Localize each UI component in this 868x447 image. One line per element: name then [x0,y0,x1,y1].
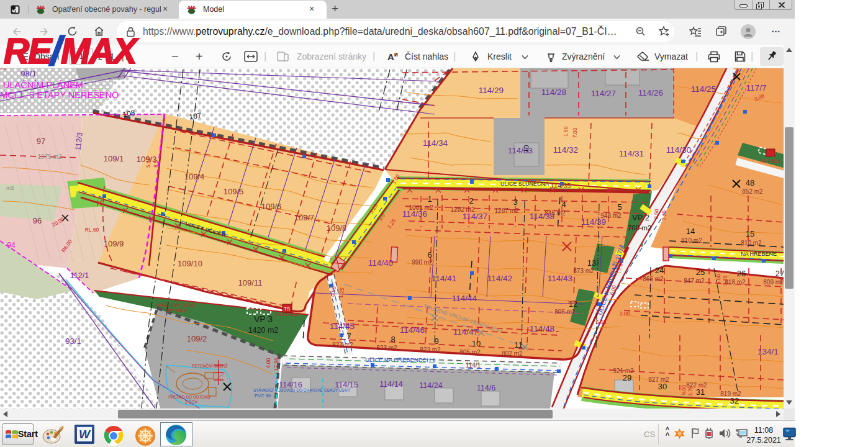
svg-text:Z ČOV: Z ČOV [185,399,198,404]
svg-text:1.50: 1.50 [567,299,578,305]
svg-text:114/31: 114/31 [619,149,644,158]
svg-text:97: 97 [37,137,45,146]
svg-text:827 m2: 827 m2 [648,376,669,383]
svg-text:2: 2 [469,196,473,205]
svg-text:823 m2: 823 m2 [376,345,397,351]
svg-text:5.00: 5.00 [680,384,687,395]
svg-text:114/40: 114/40 [368,258,393,268]
svg-text:114/24: 114/24 [419,381,442,390]
svg-text:114/1: 114/1 [466,362,481,369]
svg-text:PVC 90: PVC 90 [255,393,271,399]
svg-text:114/36: 114/36 [402,209,427,219]
svg-text:27: 27 [775,269,784,278]
svg-text:93/1: 93/1 [65,336,81,346]
svg-text:114/42: 114/42 [487,274,512,283]
svg-text:1: 1 [427,194,432,204]
svg-text:30: 30 [658,382,667,391]
svg-text:4: 4 [561,200,566,209]
svg-text:10: 10 [472,339,481,348]
svg-text:109/7: 109/7 [294,213,315,222]
svg-text:2.00: 2.00 [620,310,630,317]
svg-text:802 m2: 802 m2 [502,350,523,357]
svg-text:ULICE NA HŘEBENECH II: ULICE NA HŘEBENECH II [365,356,436,363]
svg-text:ULICE SLUNEČNÁ: ULICE SLUNEČNÁ [500,181,549,187]
svg-text:114/15: 114/15 [335,381,358,389]
svg-text:nový sloup: nový sloup [165,308,186,313]
svg-text:ULAČNÍM PLÁNEM: ULAČNÍM PLÁNEM [3,80,83,90]
svg-text:VP 2: VP 2 [632,213,649,222]
svg-text:1.25: 1.25 [660,210,667,220]
svg-text:11: 11 [514,340,523,350]
svg-text:134/1: 134/1 [757,347,779,356]
svg-text:5.00: 5.00 [145,157,151,168]
svg-text:114/28: 114/28 [541,88,566,97]
svg-text:RL.60: RL.60 [85,227,99,233]
svg-text:114/14: 114/14 [379,380,402,389]
svg-text:MCI 1.-3.ETAPY NEŘEŠENO: MCI 1.-3.ETAPY NEŘEŠENO [0,90,119,100]
svg-text:117/7: 117/7 [746,83,767,93]
svg-text:823 m2: 823 m2 [420,346,441,353]
svg-text:14: 14 [686,227,695,236]
svg-text:114/37: 114/37 [463,212,487,221]
svg-text:TS3 1X630: TS3 1X630 [276,312,299,317]
svg-text:114/43: 114/43 [548,274,572,283]
svg-text:819 m2: 819 m2 [720,391,741,397]
svg-text:1075 m2: 1075 m2 [38,153,62,160]
svg-text:RETENČNÍ NÁDRŽ: RETENČNÍ NÁDRŽ [192,363,227,368]
svg-text:7: 7 [346,332,351,341]
svg-text:114/30: 114/30 [666,145,691,155]
svg-text:805 m2: 805 m2 [459,349,481,356]
svg-text:109/5: 109/5 [224,187,244,196]
svg-text:114/27: 114/27 [591,89,616,98]
svg-text:17.95: 17.95 [273,358,280,371]
svg-text:PŘEPAD DO ODTOKU: PŘEPAD DO ODTOKU [168,394,210,399]
svg-text:1287 m2: 1287 m2 [495,207,519,214]
svg-text:3: 3 [513,197,517,207]
svg-text:96: 96 [33,216,42,225]
svg-text:114/26: 114/26 [638,88,663,97]
svg-text:4.00: 4.00 [265,358,272,368]
svg-text:6.5: 6.5 [153,160,160,168]
svg-text:810 m2: 810 m2 [681,237,702,244]
svg-text:114/41: 114/41 [432,274,456,283]
svg-text:13: 13 [587,258,596,268]
svg-text:9: 9 [434,336,438,346]
svg-text:114/16: 114/16 [279,381,302,389]
svg-text:108: 108 [122,109,136,119]
svg-text:TB1 1X630: TB1 1X630 [760,159,780,163]
svg-text:m2: m2 [6,185,14,191]
svg-text:26: 26 [737,269,746,278]
svg-text:31: 31 [696,387,705,397]
svg-text:24: 24 [655,266,664,275]
svg-text:114/35: 114/35 [551,182,571,189]
svg-text:866 m2: 866 m2 [643,276,664,282]
svg-text:810 m2: 810 m2 [741,240,762,246]
svg-text:873 m2: 873 m2 [573,268,594,274]
svg-text:1420 m2: 1420 m2 [248,326,279,335]
svg-text:948 m2: 948 m2 [600,212,622,219]
svg-text:109/2: 109/2 [187,334,207,343]
svg-text:94: 94 [7,241,16,250]
svg-text:NA HŘEBENE: NA HŘEBENE [741,251,777,257]
svg-text:109/10: 109/10 [178,259,202,268]
svg-text:109/6: 109/6 [261,202,282,211]
svg-text:VP 3: VP 3 [254,314,273,324]
svg-text:25: 25 [696,268,705,277]
svg-text:700 m2: 700 m2 [628,224,651,232]
svg-text:990 m2: 990 m2 [412,259,433,266]
svg-text:15: 15 [746,229,754,238]
svg-text:10: 10 [522,145,530,153]
svg-text:114/45: 114/45 [330,322,355,331]
svg-text:114/44: 114/44 [452,294,477,303]
svg-text:112/1: 112/1 [70,271,89,280]
svg-text:5.00: 5.00 [715,274,722,284]
svg-text:107: 107 [189,111,202,122]
svg-text:114/6: 114/6 [477,384,495,392]
svg-text:0.50: 0.50 [653,209,659,219]
svg-text:806 m2: 806 m2 [554,309,576,315]
svg-text:48: 48 [746,178,754,187]
svg-text:1.50: 1.50 [563,126,569,137]
svg-text:114/46: 114/46 [400,325,425,335]
svg-text:809 m2: 809 m2 [763,279,784,286]
svg-text:3.75: 3.75 [687,386,694,396]
